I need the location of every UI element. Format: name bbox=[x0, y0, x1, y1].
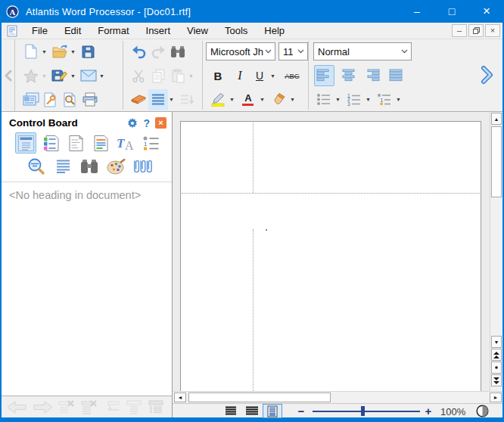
bullets-dropdown[interactable]: ▼ bbox=[335, 97, 341, 102]
bold-button[interactable]: B bbox=[208, 65, 228, 86]
zoom-tab[interactable] bbox=[26, 156, 47, 177]
document-list-active-button[interactable] bbox=[148, 400, 164, 414]
toolbar-scroll-left-button[interactable] bbox=[2, 39, 15, 111]
menu-help[interactable]: Help bbox=[256, 23, 293, 39]
search-tab[interactable] bbox=[79, 156, 100, 177]
print-layout-view-button[interactable] bbox=[263, 404, 282, 418]
menu-file[interactable]: File bbox=[23, 23, 56, 39]
undo-button[interactable] bbox=[129, 41, 148, 62]
zoom-slider-track[interactable] bbox=[313, 411, 420, 412]
scroll-up-button[interactable]: ▲ bbox=[491, 113, 502, 125]
document-options-button[interactable] bbox=[41, 89, 61, 110]
art-tab[interactable] bbox=[105, 156, 126, 177]
align-center-button[interactable] bbox=[338, 65, 358, 86]
erase-button[interactable] bbox=[129, 89, 148, 110]
lists-tab[interactable]: 1 bbox=[140, 132, 161, 154]
toolbar-scroll-right-button[interactable] bbox=[477, 63, 496, 87]
browse-object-button[interactable] bbox=[491, 361, 502, 374]
reopen-button[interactable] bbox=[104, 401, 120, 414]
doc-minimize-button[interactable]: – bbox=[452, 24, 467, 37]
strikethrough-button[interactable]: ABC bbox=[281, 65, 303, 86]
fonts-tab[interactable]: TA bbox=[115, 132, 136, 154]
email-dropdown[interactable]: ▼ bbox=[99, 73, 104, 79]
doc-close-button[interactable]: × bbox=[485, 24, 500, 37]
save-as-dropdown[interactable]: ▼ bbox=[70, 73, 76, 79]
find-button[interactable] bbox=[168, 41, 188, 62]
new-document-dropdown[interactable]: ▼ bbox=[42, 49, 47, 54]
forward-button[interactable] bbox=[33, 401, 53, 414]
document-icon[interactable] bbox=[7, 25, 17, 37]
save-as-button[interactable] bbox=[50, 65, 70, 86]
contrast-toggle[interactable] bbox=[476, 405, 489, 417]
copy-button[interactable] bbox=[148, 65, 168, 86]
gear-icon[interactable] bbox=[127, 118, 138, 129]
control-board-close-button[interactable]: × bbox=[155, 117, 166, 129]
maximize-button[interactable]: □ bbox=[434, 0, 469, 23]
font-size-combo[interactable]: 11 bbox=[278, 42, 308, 61]
scroll-left-button[interactable]: ◄ bbox=[174, 393, 186, 402]
horizontal-scroll-thumb[interactable] bbox=[188, 393, 331, 402]
open-dropdown[interactable]: ▼ bbox=[70, 49, 76, 54]
format-painter-dropdown[interactable]: ▼ bbox=[290, 97, 295, 102]
align-left-button[interactable] bbox=[314, 65, 334, 86]
vertical-scroll-thumb[interactable] bbox=[491, 126, 502, 197]
draft-view-button[interactable] bbox=[221, 404, 241, 418]
bookmarks-tab[interactable] bbox=[40, 132, 61, 154]
new-document-button[interactable] bbox=[21, 41, 41, 62]
headings-tab[interactable] bbox=[15, 132, 36, 154]
help-icon[interactable]: ? bbox=[143, 117, 150, 129]
email-button[interactable] bbox=[79, 65, 98, 86]
doc-restore-button[interactable] bbox=[468, 24, 484, 37]
next-page-button[interactable] bbox=[491, 374, 502, 386]
properties-button[interactable] bbox=[21, 89, 41, 110]
style-combo[interactable]: Normal bbox=[313, 42, 412, 61]
zoom-in-button[interactable]: + bbox=[421, 404, 436, 418]
font-color-button[interactable]: A bbox=[238, 89, 258, 110]
zoom-out-button[interactable]: − bbox=[294, 404, 309, 418]
line-spacing-button[interactable] bbox=[148, 89, 168, 110]
document-list-button[interactable] bbox=[126, 400, 142, 414]
multilevel-dropdown[interactable]: ▼ bbox=[396, 97, 401, 102]
align-justify-button[interactable] bbox=[385, 65, 405, 86]
highlight-dropdown[interactable]: ▼ bbox=[229, 97, 235, 102]
menu-edit[interactable]: Edit bbox=[56, 23, 89, 39]
zoom-slider-thumb[interactable] bbox=[361, 406, 365, 416]
sort-button[interactable] bbox=[177, 89, 197, 110]
cut-button[interactable] bbox=[129, 65, 148, 86]
close-button[interactable]: × bbox=[469, 0, 504, 23]
numbering-dropdown[interactable]: ▼ bbox=[366, 97, 371, 102]
menu-format[interactable]: Format bbox=[89, 23, 137, 39]
vertical-scrollbar[interactable]: ▲ ▼ bbox=[490, 112, 502, 391]
menu-tools[interactable]: Tools bbox=[216, 23, 256, 39]
horizontal-scrollbar[interactable]: ◄ ► bbox=[173, 391, 502, 403]
print-preview-button[interactable] bbox=[61, 89, 80, 110]
bullets-button[interactable] bbox=[314, 89, 334, 110]
multilevel-button[interactable]: 1 bbox=[375, 89, 394, 110]
open-button[interactable] bbox=[50, 41, 70, 62]
paragraph-tab[interactable] bbox=[52, 156, 73, 177]
scroll-down-button[interactable]: ▼ bbox=[491, 336, 502, 348]
save-button[interactable] bbox=[79, 41, 98, 62]
favorites-button[interactable] bbox=[21, 65, 41, 86]
styles-tab[interactable] bbox=[90, 132, 111, 154]
numbering-button[interactable]: 123 bbox=[344, 89, 364, 110]
back-button[interactable] bbox=[7, 401, 27, 414]
menu-view[interactable]: View bbox=[179, 23, 216, 39]
online-view-button[interactable] bbox=[242, 404, 262, 418]
menu-insert[interactable]: Insert bbox=[138, 23, 179, 39]
redo-button[interactable] bbox=[148, 41, 168, 62]
clips-tab[interactable] bbox=[132, 156, 153, 177]
scroll-right-button[interactable]: ► bbox=[490, 393, 502, 402]
paste-button[interactable] bbox=[168, 65, 188, 86]
align-right-button[interactable] bbox=[362, 65, 381, 86]
document-area[interactable] bbox=[173, 112, 502, 391]
line-spacing-dropdown[interactable]: ▼ bbox=[169, 97, 174, 102]
fields-tab[interactable] bbox=[65, 132, 86, 154]
font-color-dropdown[interactable]: ▼ bbox=[260, 97, 265, 102]
underline-dropdown[interactable]: ▼ bbox=[270, 73, 275, 79]
underline-button[interactable]: U bbox=[252, 65, 267, 86]
highlight-button[interactable] bbox=[208, 89, 228, 110]
print-button[interactable] bbox=[80, 89, 100, 110]
italic-button[interactable]: I bbox=[230, 65, 250, 86]
font-name-combo[interactable]: Microsoft Jh bbox=[206, 42, 275, 61]
